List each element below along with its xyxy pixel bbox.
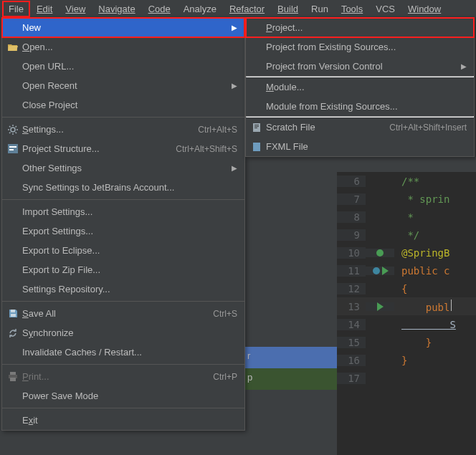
file-close-project[interactable]: Close Project [2,95,244,115]
file-sync-settings-label: Sync Settings to JetBrains Account... [22,182,237,193]
file-settings-repository-label: Settings Repository... [22,284,237,294]
new-module-label: Module... [266,82,467,92]
menu-edit[interactable]: Edit [31,1,58,16]
new-module-existing-label: Module from Existing Sources... [266,101,467,112]
menu-run[interactable]: Run [305,1,334,16]
line-number: 14 [337,319,366,330]
menu-analyze[interactable]: Analyze [178,1,222,16]
bg-letter-p: p [247,372,252,383]
bg-hint-p [244,368,337,390]
new-project-vcs-label: Project from Version Control [266,61,460,72]
menu-tools[interactable]: Tools [335,1,368,16]
file-synchronize[interactable]: Synchronize [2,323,244,343]
file-new[interactable]: New ▶ [2,18,244,37]
line-number: 7 [337,193,366,205]
menu-navigate[interactable]: Navigate [92,1,141,16]
file-save-all[interactable]: Save All Ctrl+S [2,304,244,323]
file-import-settings-label: Import Settings... [22,206,237,217]
submenu-arrow-icon: ▶ [230,82,237,90]
file-export-settings-label: Export Settings... [22,226,237,236]
menu-file[interactable]: File [3,1,29,16]
file-settings-repository[interactable]: Settings Repository... [2,279,244,299]
code-line: * sprin [394,193,449,205]
file-open-label: OOpen...pen... [22,42,237,52]
file-export-zip-label: Export to Zip File... [22,264,237,275]
project-structure-icon [6,143,19,155]
svg-rect-3 [9,149,14,150]
file-print[interactable]: Print... Ctrl+P [2,367,244,386]
bg-hint-r [244,347,337,368]
text-caret [451,300,452,311]
settings-icon [6,123,19,136]
menu-window[interactable]: Window [402,1,447,16]
svg-rect-11 [254,126,259,127]
run-gutter-icon[interactable] [366,249,394,257]
run-gutter-icon[interactable] [366,302,394,311]
svg-rect-12 [254,128,257,128]
svg-rect-13 [253,143,260,151]
menu-refactor[interactable]: Refactor [224,1,270,16]
file-sync-settings[interactable]: Sync Settings to JetBrains Account... [2,178,244,197]
run-gutter-icon[interactable] [366,267,394,275]
svg-point-0 [11,128,15,132]
new-module-existing[interactable]: Module from Existing Sources... [246,97,474,116]
new-module[interactable]: Module... [246,77,474,97]
new-project-existing[interactable]: Project from Existing Sources... [246,37,474,57]
new-fxml-file-label: FXML File [266,141,467,152]
file-project-structure-shortcut: Ctrl+Alt+Shift+S [176,144,237,154]
scratch-file-icon [250,121,263,134]
bg-letter-r: r [247,350,250,361]
code-line: } [394,337,432,348]
code-line: public c [394,265,449,277]
file-open-url-label: Open URL... [22,61,237,72]
new-project-vcs[interactable]: Project from Version Control ▶ [246,57,474,76]
svg-rect-8 [10,378,16,381]
code-editor[interactable]: 6/** 7 * sprin 8 * 9 */ 10@SpringB 11pub… [337,172,476,455]
line-number: 15 [337,337,366,348]
line-number: 17 [337,373,366,384]
menu-separator [2,301,244,302]
file-open-recent[interactable]: Open Recent ▶ [2,76,244,95]
file-export-eclipse-label: Export to Eclipse... [22,245,237,256]
file-project-structure-label: Project Structure... [22,143,176,154]
blank-icon [6,21,19,34]
submenu-arrow-icon: ▶ [460,62,467,70]
file-open[interactable]: OOpen...pen... [2,37,244,57]
file-open-url[interactable]: Open URL... [2,57,244,76]
new-project[interactable]: Project... [246,18,474,37]
new-scratch-file[interactable]: Scratch File Ctrl+Alt+Shift+Insert [246,118,474,137]
code-line: /** [394,176,419,187]
menu-code[interactable]: Code [143,1,176,16]
svg-rect-4 [11,310,15,312]
file-export-zip[interactable]: Export to Zip File... [2,260,244,279]
code-line: S [394,319,456,330]
file-new-label: New [22,22,230,33]
line-number: 9 [337,229,366,241]
play-icon [382,267,389,275]
line-number: 10 [337,247,366,259]
code-line: } [394,355,407,366]
file-settings[interactable]: Settings... Ctrl+Alt+S [2,120,244,139]
line-number: 16 [337,355,366,366]
file-other-settings[interactable]: Other Settings ▶ [2,158,244,178]
file-export-eclipse[interactable]: Export to Eclipse... [2,241,244,260]
menu-view[interactable]: View [60,1,91,16]
svg-rect-1 [8,144,18,153]
line-number: 13 [337,301,366,312]
svg-rect-6 [10,372,16,375]
menu-separator [2,408,244,408]
menu-separator [2,117,244,118]
file-import-settings[interactable]: Import Settings... [2,202,244,221]
menu-vcs[interactable]: VCS [370,1,401,16]
file-power-save[interactable]: Power Save Mode [2,386,244,406]
sync-icon [6,327,19,340]
code-line: */ [394,229,419,241]
file-invalidate-caches[interactable]: Invalidate Caches / Restart... [2,343,244,362]
submenu-arrow-icon: ▶ [230,24,237,32]
file-export-settings[interactable]: Export Settings... [2,221,244,241]
code-line: @SpringB [394,247,449,259]
new-fxml-file[interactable]: FXML File [246,137,474,156]
menu-build[interactable]: Build [272,1,304,16]
file-exit[interactable]: Exit [2,411,244,430]
file-project-structure[interactable]: Project Structure... Ctrl+Alt+Shift+S [2,139,244,158]
